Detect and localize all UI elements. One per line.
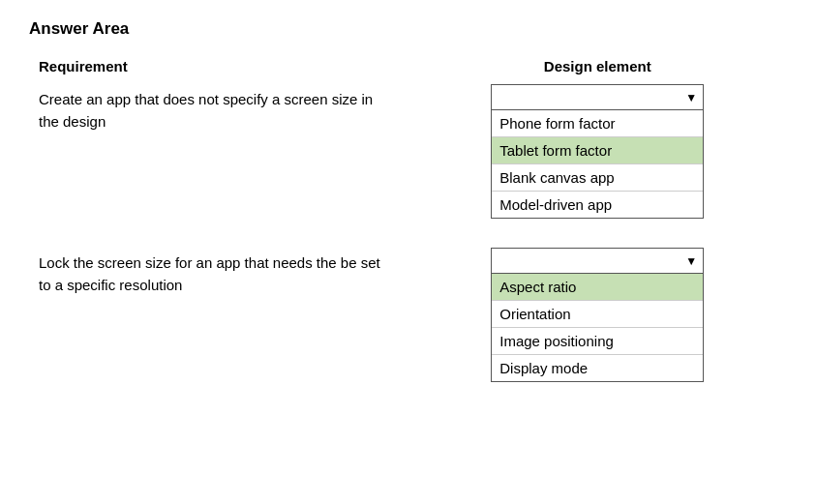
dropdown-top-bar[interactable]: ▼ xyxy=(492,249,703,274)
design-element-column-header: Design element xyxy=(408,58,788,74)
table-row: Create an app that does not specify a sc… xyxy=(29,84,787,219)
dropdown-item[interactable]: Image positioning xyxy=(492,328,703,355)
dropdown-item[interactable]: Model-driven app xyxy=(492,192,703,218)
rows-container: Create an app that does not specify a sc… xyxy=(29,84,787,382)
dropdown-item[interactable]: Tablet form factor xyxy=(492,137,703,164)
design-element-cell: ▼Aspect ratioOrientationImage positionin… xyxy=(408,248,788,382)
dropdown-item[interactable]: Aspect ratio xyxy=(492,274,703,301)
dropdown-container[interactable]: ▼Phone form factorTablet form factorBlan… xyxy=(491,84,704,219)
dropdown-item[interactable]: Display mode xyxy=(492,355,703,381)
requirement-text: Create an app that does not specify a sc… xyxy=(29,84,408,133)
dropdown-container[interactable]: ▼Aspect ratioOrientationImage positionin… xyxy=(491,248,704,382)
dropdown-item[interactable]: Phone form factor xyxy=(492,110,703,137)
answer-area-title: Answer Area xyxy=(29,19,787,39)
dropdown-item[interactable]: Blank canvas app xyxy=(492,164,703,192)
table-row: Lock the screen size for an app that nee… xyxy=(29,248,787,382)
dropdown-top-bar[interactable]: ▼ xyxy=(492,85,703,110)
dropdown-arrow-icon[interactable]: ▼ xyxy=(685,254,697,268)
requirement-column-header: Requirement xyxy=(29,58,408,74)
dropdown-arrow-icon[interactable]: ▼ xyxy=(685,91,697,104)
requirement-text: Lock the screen size for an app that nee… xyxy=(29,248,408,296)
dropdown-item[interactable]: Orientation xyxy=(492,301,703,328)
design-element-cell: ▼Phone form factorTablet form factorBlan… xyxy=(408,84,788,219)
